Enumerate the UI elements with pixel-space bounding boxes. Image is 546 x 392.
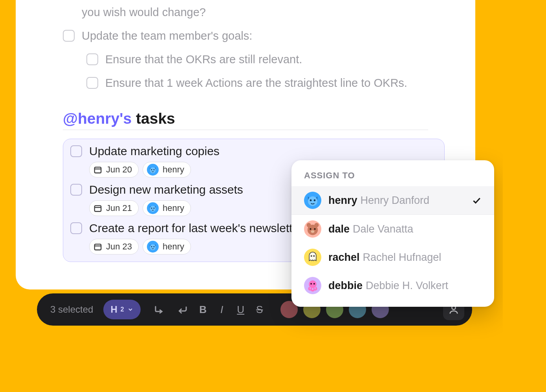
assign-option[interactable]: rachelRachel Hufnagel: [291, 243, 494, 271]
task-title: Update marketing copies: [89, 145, 220, 158]
indent-button[interactable]: [151, 301, 168, 318]
checkbox[interactable]: [70, 184, 82, 196]
doc-checklist-subitem: Ensure that the OKRs are still relevant.: [63, 51, 428, 68]
date-pill[interactable]: Jun 20: [89, 162, 139, 178]
date-pill[interactable]: Jun 23: [89, 239, 139, 255]
svg-point-26: [308, 225, 318, 235]
newline-button[interactable]: [174, 301, 191, 318]
checkbox[interactable]: [86, 77, 98, 89]
task-title: Design new marketing assets: [89, 183, 243, 196]
bold-button[interactable]: B: [196, 304, 210, 316]
assignee-pill[interactable]: henry: [143, 162, 191, 178]
svg-point-28: [314, 228, 315, 230]
check-icon: [471, 195, 482, 205]
svg-rect-6: [95, 206, 101, 212]
svg-point-3: [150, 167, 156, 173]
assign-option[interactable]: debbieDebbie H. Volkert: [291, 271, 494, 300]
date-pill[interactable]: Jun 21: [89, 200, 139, 216]
calendar-icon: [93, 242, 102, 251]
assignee-pill[interactable]: henry: [143, 200, 191, 216]
svg-rect-0: [95, 167, 101, 173]
mention[interactable]: @henry's: [63, 110, 132, 127]
svg-point-29: [311, 230, 315, 233]
assign-option[interactable]: henryHenry Danford: [291, 186, 494, 214]
svg-point-10: [151, 208, 152, 209]
svg-point-17: [154, 246, 155, 247]
svg-point-36: [313, 283, 315, 285]
checkbox[interactable]: [86, 53, 98, 65]
divider: [63, 130, 428, 130]
svg-point-21: [310, 200, 312, 201]
assign-popup: ASSIGN TO henryHenry Danford daleDale Va…: [291, 160, 494, 307]
svg-point-34: [309, 280, 317, 288]
svg-point-27: [310, 228, 311, 230]
return-icon: [176, 304, 188, 315]
octopus-avatar-icon: [304, 277, 321, 294]
popup-title: ASSIGN TO: [291, 170, 494, 186]
fox-avatar-icon: [147, 164, 159, 176]
svg-point-16: [151, 246, 152, 247]
calendar-icon: [93, 204, 102, 212]
svg-point-9: [150, 206, 156, 212]
svg-point-11: [154, 208, 155, 209]
checkbox[interactable]: [70, 145, 82, 157]
svg-point-35: [310, 283, 312, 285]
heading-dropdown[interactable]: H2: [103, 300, 140, 319]
task-title: Create a report for last week's newslett…: [89, 222, 303, 235]
ghost-avatar-icon: [304, 249, 321, 266]
doc-line-continuation: you wish would change?: [63, 4, 428, 20]
indent-icon: [154, 304, 165, 315]
doc-checklist-item: Update the team member's goals:: [63, 27, 428, 44]
svg-point-31: [311, 255, 312, 257]
strikethrough-button[interactable]: S: [253, 304, 266, 316]
section-title: @henry's tasks: [63, 110, 428, 127]
fox-avatar-icon: [304, 192, 321, 209]
selection-count: 3 selected: [50, 304, 93, 315]
svg-point-5: [154, 169, 155, 170]
svg-point-22: [314, 200, 316, 201]
svg-point-32: [313, 255, 315, 257]
chevron-down-icon: [127, 306, 134, 313]
doc-checklist-subitem: Ensure that 1 week Actions are the strai…: [63, 75, 428, 91]
assignee-pill[interactable]: henry: [143, 239, 191, 255]
checkbox[interactable]: [63, 30, 75, 42]
svg-point-15: [150, 244, 156, 250]
italic-button[interactable]: I: [215, 304, 229, 316]
bear-avatar-icon: [304, 220, 321, 238]
calendar-icon: [93, 165, 102, 174]
assign-option[interactable]: daleDale Vanatta: [291, 215, 494, 243]
fox-avatar-icon: [147, 241, 159, 253]
svg-rect-12: [95, 244, 101, 250]
checkbox[interactable]: [70, 222, 82, 234]
fox-avatar-icon: [147, 202, 159, 214]
underline-button[interactable]: U: [234, 304, 247, 316]
svg-point-20: [308, 196, 317, 206]
svg-point-4: [151, 169, 152, 170]
